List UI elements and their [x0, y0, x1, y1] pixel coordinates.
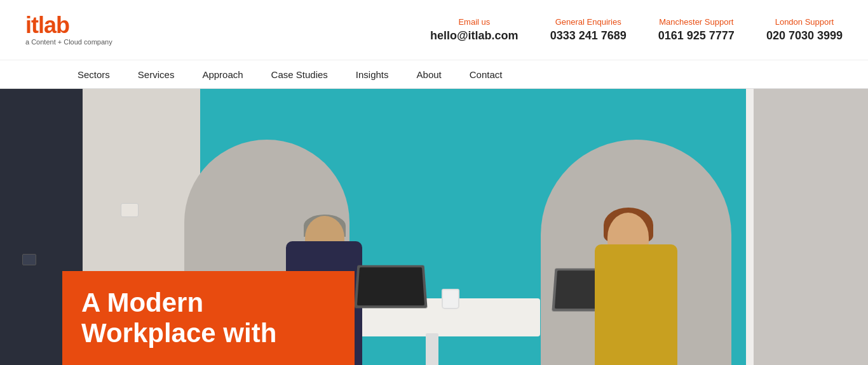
- divider-right: [746, 89, 754, 365]
- nav-item[interactable]: Services: [124, 62, 189, 88]
- contact-label: Email us: [458, 17, 490, 27]
- nav-item[interactable]: Approach: [188, 62, 257, 88]
- logo-sub: a Content + Cloud company: [25, 38, 112, 46]
- nav-item[interactable]: Insights: [342, 62, 403, 88]
- person-right: [576, 194, 703, 365]
- contact-label: Manchester Support: [659, 17, 733, 27]
- nav-link[interactable]: Services: [124, 62, 189, 88]
- nav-item[interactable]: Case Studies: [257, 62, 342, 88]
- contact-value[interactable]: 0161 925 7777: [658, 29, 735, 43]
- nav-bar: SectorsServicesApproachCase StudiesInsig…: [0, 60, 868, 89]
- logo-text: itlab: [25, 14, 112, 37]
- hero-banner-line2: Workplace with: [81, 318, 276, 348]
- nav-item[interactable]: Sectors: [64, 62, 124, 88]
- contact-item[interactable]: London Support020 7030 3999: [766, 17, 843, 43]
- contact-value[interactable]: 0333 241 7689: [550, 29, 627, 43]
- contact-value[interactable]: 020 7030 3999: [766, 29, 843, 43]
- contact-area: Email ushello@itlab.comGeneral Enquiries…: [430, 17, 843, 43]
- mug: [442, 289, 459, 309]
- nav-link[interactable]: Approach: [188, 62, 257, 88]
- wall-outlet-2: [22, 254, 36, 265]
- person-right-body: [595, 244, 677, 365]
- nav-link[interactable]: Contact: [456, 62, 517, 88]
- nav-link[interactable]: Sectors: [64, 62, 124, 88]
- contact-label: London Support: [775, 17, 834, 27]
- nav-item[interactable]: Contact: [456, 62, 517, 88]
- nav-item[interactable]: About: [403, 62, 456, 88]
- nav-link[interactable]: About: [403, 62, 456, 88]
- hero-banner: A Modern Workplace with: [62, 271, 355, 365]
- contact-value[interactable]: hello@itlab.com: [430, 29, 519, 43]
- nav-list: SectorsServicesApproachCase StudiesInsig…: [64, 62, 516, 88]
- logo-area[interactable]: itlab a Content + Cloud company: [25, 14, 112, 46]
- table-leg: [426, 333, 438, 365]
- contact-item[interactable]: Manchester Support0161 925 7777: [658, 17, 735, 43]
- contact-label: General Enquiries: [555, 17, 621, 27]
- laptop-left-screen: [357, 267, 424, 305]
- hero-banner-text: A Modern Workplace with: [81, 288, 276, 349]
- panel-right: [754, 89, 868, 365]
- top-bar: itlab a Content + Cloud company Email us…: [0, 0, 868, 60]
- contact-item[interactable]: General Enquiries0333 241 7689: [550, 17, 627, 43]
- hero-section: A Modern Workplace with: [0, 89, 868, 365]
- wall-outlet: [121, 203, 139, 217]
- hero-banner-line1: A Modern: [81, 288, 203, 317]
- laptop-left: [354, 265, 427, 309]
- nav-link[interactable]: Case Studies: [257, 62, 342, 88]
- contact-item[interactable]: Email ushello@itlab.com: [430, 17, 519, 43]
- nav-link[interactable]: Insights: [342, 62, 403, 88]
